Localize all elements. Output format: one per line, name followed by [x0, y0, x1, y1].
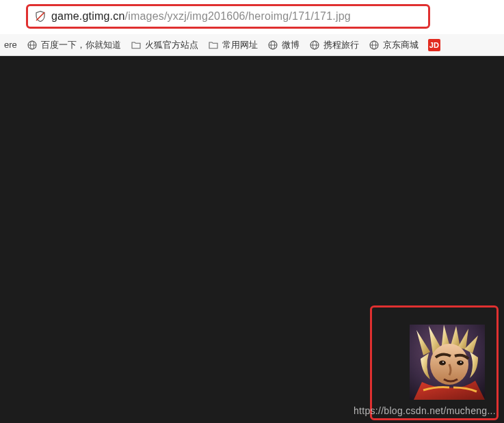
bookmark-truncated[interactable]: ere — [4, 40, 17, 50]
bookmark-firefox-official[interactable]: 火狐官方站点 — [131, 39, 198, 51]
bookmark-baidu[interactable]: 百度一下，你就知道 — [27, 39, 121, 51]
bookmark-common-sites[interactable]: 常用网址 — [208, 39, 258, 51]
globe-icon — [309, 40, 320, 51]
address-bar-area: game.gtimg.cn/images/yxzj/img201606/hero… — [0, 0, 504, 34]
bookmark-label: 常用网址 — [222, 39, 258, 51]
bookmark-weibo[interactable]: 微博 — [267, 39, 300, 51]
highlight-box — [370, 305, 499, 420]
address-bar[interactable]: game.gtimg.cn/images/yxzj/img201606/hero… — [26, 4, 430, 29]
folder-icon — [131, 40, 142, 51]
shield-blocked-icon[interactable] — [34, 10, 47, 23]
bookmark-ctrip[interactable]: 携程旅行 — [309, 39, 359, 51]
bookmark-label: 百度一下，你就知道 — [41, 39, 121, 51]
bookmark-label: 微博 — [282, 39, 300, 51]
url-path: /images/yxzj/img201606/heroimg/171/171.j… — [125, 10, 351, 22]
bookmark-label: 火狐官方站点 — [145, 39, 198, 51]
url-text: game.gtimg.cn/images/yxzj/img201606/hero… — [51, 10, 351, 23]
globe-icon — [27, 40, 38, 51]
bookmark-label: 京东商城 — [383, 39, 419, 51]
folder-icon — [208, 40, 219, 51]
watermark-text: https://blog.csdn.net/mucheng... — [354, 405, 496, 416]
globe-icon — [369, 40, 380, 51]
bookmarks-bar: ere 百度一下，你就知道 火狐官方站点 常用网址 微博 携程旅行 京 — [0, 34, 504, 56]
bookmark-jd-icon[interactable]: JD — [428, 39, 440, 51]
content-viewport: https://blog.csdn.net/mucheng... — [0, 56, 504, 423]
bookmark-jd[interactable]: 京东商城 — [369, 39, 419, 51]
bookmark-label: 携程旅行 — [323, 39, 359, 51]
url-host: game.gtimg.cn — [51, 10, 125, 22]
globe-icon — [267, 40, 278, 51]
jd-icon: JD — [428, 39, 440, 51]
